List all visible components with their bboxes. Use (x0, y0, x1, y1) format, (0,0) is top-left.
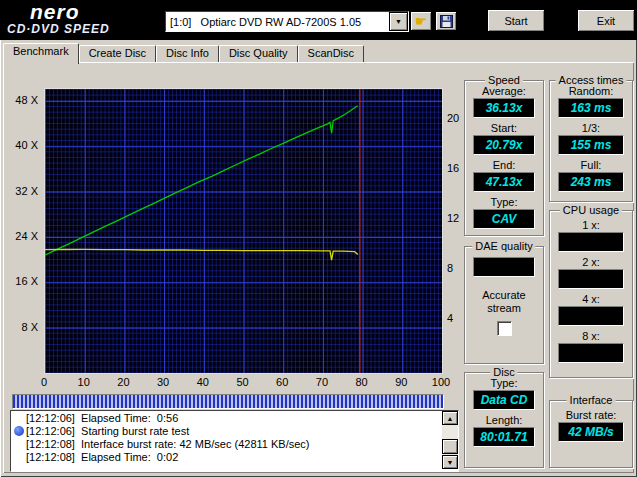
dae-quality-panel: DAE quality Accurate stream (464, 246, 544, 364)
benchmark-chart (44, 88, 443, 374)
test-progress-bar (12, 394, 444, 409)
access-full-label: Full: (550, 159, 632, 171)
x-tick: 20 (110, 376, 136, 388)
header-bar: nero CD·DVD SPEED [1:0] Optiarc DVD RW A… (0, 0, 637, 40)
y-left-tick: 24 X (2, 230, 38, 242)
speed-end-value: 47.13x (473, 172, 535, 192)
tab-disc-info[interactable]: Disc Info (156, 45, 219, 62)
speed-end-label: End: (465, 159, 543, 171)
x-tick: 10 (71, 376, 97, 388)
log-line-text: [12:12:06] Starting burst rate test (26, 425, 189, 437)
logo-nero: nero (30, 0, 80, 24)
x-tick: 70 (309, 376, 335, 388)
access-random-value: 163 ms (558, 98, 624, 118)
drive-selector-value: [1:0] Optiarc DVD RW AD-7200S 1.05 (166, 16, 389, 28)
log-line-gutter (11, 426, 26, 436)
y-right-tick: 4 (447, 312, 471, 324)
speed-panel: Speed Average: 36.13x Start: 20.79x End:… (464, 80, 544, 236)
chart-canvas (45, 89, 442, 373)
disc-panel-title: Disc (490, 366, 517, 378)
x-tick: 50 (230, 376, 256, 388)
interface-panel: Interface Burst rate: 42 MB/s (549, 400, 633, 468)
cpu-2x-label: 2 x: (550, 256, 632, 268)
x-tick: 40 (190, 376, 216, 388)
save-button[interactable] (435, 11, 457, 31)
y-left-tick: 32 X (2, 185, 38, 197)
drive-selector[interactable]: [1:0] Optiarc DVD RW AD-7200S 1.05 ▼ (165, 11, 409, 32)
exit-button[interactable]: Exit (577, 9, 635, 32)
start-button[interactable]: Start (487, 9, 545, 32)
y-left-tick: 48 X (2, 94, 38, 106)
burst-rate-label: Burst rate: (550, 409, 632, 421)
y-right-tick: 16 (447, 162, 471, 174)
scroll-down-icon: ▼ (447, 459, 454, 466)
access-full-value: 243 ms (558, 172, 624, 192)
tab-scandisc[interactable]: ScanDisc (298, 45, 364, 62)
access-third-value: 155 ms (558, 135, 624, 155)
disc-panel: Disc Type: Data CD Length: 80:01.71 (464, 372, 544, 468)
x-tick: 90 (388, 376, 414, 388)
log-line: [12:12:06] Elapsed Time: 0:56 (11, 411, 458, 424)
speed-type-label: Type: (465, 196, 543, 208)
x-tick: 100 (428, 376, 454, 388)
log-panel: [12:12:06] Elapsed Time: 0:56[12:12:06] … (10, 410, 459, 472)
tab-create-disc[interactable]: Create Disc (79, 45, 156, 62)
disc-type-value: Data CD (473, 390, 535, 410)
log-lines: [12:12:06] Elapsed Time: 0:56[12:12:06] … (11, 411, 458, 463)
y-right-tick: 8 (447, 262, 471, 274)
disc-type-label: Type: (465, 377, 543, 389)
speed-start-label: Start: (465, 122, 543, 134)
tab-bar: Benchmark Create Disc Disc Info Disc Qua… (3, 45, 364, 62)
speed-type-value: CAV (473, 209, 535, 229)
y-left-tick: 8 X (2, 321, 38, 333)
speed-start-value: 20.79x (473, 135, 535, 155)
cpu-1x-value (558, 232, 624, 252)
scroll-down-button[interactable]: ▼ (442, 455, 458, 469)
y-right-tick: 12 (447, 212, 471, 224)
x-tick: 60 (269, 376, 295, 388)
log-scrollbar[interactable]: ▲ ▼ (442, 411, 458, 469)
accurate-stream-label: Accurate stream (476, 289, 532, 315)
interface-panel-title: Interface (567, 394, 616, 406)
access-times-title: Access times (556, 74, 627, 86)
log-line: [12:12:06] Starting burst rate test (11, 424, 458, 437)
log-line-text: [12:12:08] Interface burst rate: 42 MB/s… (26, 438, 310, 450)
y-left-tick: 40 X (2, 139, 38, 151)
y-right-tick: 20 (447, 112, 471, 124)
log-line: [12:12:08] Elapsed Time: 0:02 (11, 450, 458, 463)
speed-average-value: 36.13x (473, 98, 535, 118)
disc-length-label: Length: (465, 414, 543, 426)
x-tick: 30 (150, 376, 176, 388)
dae-quality-value (473, 257, 535, 277)
cpu-2x-value (558, 269, 624, 289)
tab-disc-quality[interactable]: Disc Quality (219, 45, 298, 62)
cpu-usage-panel: CPU usage 1 x: 2 x: 4 x: 8 x: (549, 210, 633, 378)
scroll-up-button[interactable]: ▲ (442, 411, 458, 425)
access-times-panel: Access times Random: 163 ms 1/3: 155 ms … (549, 80, 633, 202)
cpu-usage-title: CPU usage (560, 204, 622, 216)
log-line-text: [12:12:06] Elapsed Time: 0:56 (26, 412, 178, 424)
eject-button[interactable]: ☛ (410, 11, 432, 31)
log-line: [12:12:08] Interface burst rate: 42 MB/s… (11, 437, 458, 450)
accurate-stream-checkbox[interactable] (497, 321, 512, 336)
scroll-thumb[interactable] (442, 439, 458, 454)
access-random-label: Random: (550, 85, 632, 97)
access-third-label: 1/3: (550, 122, 632, 134)
disc-length-value: 80:01.71 (473, 427, 535, 447)
tab-benchmark[interactable]: Benchmark (3, 43, 79, 64)
speed-panel-title: Speed (485, 74, 523, 86)
hand-icon: ☛ (415, 14, 428, 28)
x-tick: 80 (349, 376, 375, 388)
drive-selector-dropdown-button[interactable]: ▼ (389, 12, 408, 31)
y-left-tick: 16 X (2, 275, 38, 287)
speed-average-label: Average: (465, 85, 543, 97)
cpu-1x-label: 1 x: (550, 219, 632, 231)
x-tick: 0 (31, 376, 57, 388)
save-icon (440, 15, 453, 28)
cpu-4x-value (558, 306, 624, 326)
burst-rate-value: 42 MB/s (558, 422, 624, 442)
scroll-up-icon: ▲ (447, 415, 454, 422)
chevron-down-icon: ▼ (395, 18, 402, 25)
log-line-text: [12:12:08] Elapsed Time: 0:02 (26, 451, 178, 463)
cpu-8x-label: 8 x: (550, 330, 632, 342)
